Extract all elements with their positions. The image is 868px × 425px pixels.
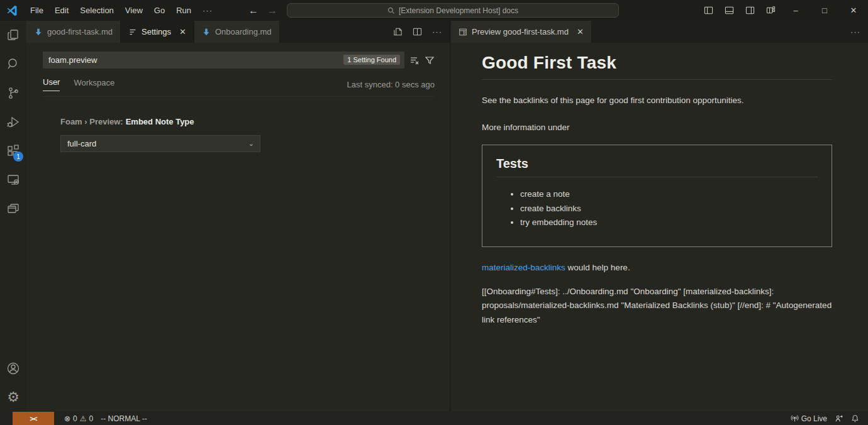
tab-onboarding[interactable]: Onboarding.md xyxy=(194,21,280,43)
run-and-debug-icon[interactable] xyxy=(0,108,26,136)
list-item: try embedding notes xyxy=(520,216,818,230)
list-item: create a note xyxy=(520,187,818,202)
close-tab-icon[interactable]: ✕ xyxy=(179,27,186,36)
extensions-icon[interactable]: 1 xyxy=(0,136,26,165)
editor-windows-icon[interactable] xyxy=(0,194,26,223)
settings-editor: foam.preview 1 Setting Found User Worksp… xyxy=(26,43,450,152)
preview-title: Good First Task xyxy=(482,53,832,73)
embed-note-type-dropdown[interactable]: full-card ⌄ xyxy=(60,135,260,152)
embedded-note-title: Tests xyxy=(496,157,818,171)
go-live-button[interactable]: Go Live xyxy=(787,412,831,425)
remote-indicator[interactable]: >< xyxy=(13,412,54,425)
explorer-icon[interactable] xyxy=(0,21,26,50)
link-references-paragraph: [[Onboarding#Tests]: ../Onboarding.md "O… xyxy=(482,285,832,328)
errors-icon: ⊗ xyxy=(64,414,70,423)
embedded-note-list: create a note create backlinks try embed… xyxy=(520,187,818,230)
problems-status[interactable]: ⊗ 0 ⚠ 0 xyxy=(60,412,97,425)
extensions-badge: 1 xyxy=(13,152,23,162)
list-item: create backlinks xyxy=(520,202,818,216)
menu-run[interactable]: Run xyxy=(170,3,197,18)
settings-search-input[interactable]: foam.preview 1 Setting Found xyxy=(43,52,404,69)
tab-good-first-task[interactable]: good-first-task.md xyxy=(26,21,121,43)
maximize-button[interactable]: □ xyxy=(810,0,839,21)
scope-tab-workspace[interactable]: Workspace xyxy=(74,78,114,91)
go-back-arrow-icon[interactable]: ← xyxy=(248,5,259,16)
menu-selection[interactable]: Selection xyxy=(74,3,119,18)
setting-embed-note-type: Foam › Preview:Embed Note Type full-card… xyxy=(60,117,435,152)
embedded-note-divider xyxy=(496,177,818,177)
link-suffix-text: would help here. xyxy=(565,263,630,272)
preview-paragraph-2: More information under xyxy=(482,121,832,134)
command-center-label: [Extension Development Host] docs xyxy=(399,6,518,15)
toggle-primary-sidebar-icon[interactable] xyxy=(698,0,719,21)
tab-label: good-first-task.md xyxy=(47,27,113,36)
warnings-count: 0 xyxy=(89,414,94,423)
go-forward-arrow-icon[interactable]: → xyxy=(267,5,277,16)
scope-tab-user[interactable]: User xyxy=(43,77,60,91)
activity-bar: 1 ⚙ xyxy=(0,21,26,412)
preview-paragraph-1: See the backlinks of this page for good … xyxy=(482,94,832,107)
embedded-note-card: Tests create a note create backlinks try… xyxy=(482,145,832,247)
title-divider xyxy=(482,79,832,80)
search-icon xyxy=(387,7,395,14)
tab-settings[interactable]: Settings ✕ xyxy=(121,21,194,43)
clear-settings-search-icon[interactable] xyxy=(409,55,420,65)
markdown-preview: Good First Task See the backlinks of thi… xyxy=(451,43,868,327)
chevron-down-icon: ⌄ xyxy=(248,140,254,148)
warnings-icon: ⚠ xyxy=(80,414,87,423)
settings-tune-icon xyxy=(128,28,137,36)
customize-layout-icon[interactable] xyxy=(760,0,781,21)
close-window-button[interactable]: ✕ xyxy=(839,0,868,21)
last-synced-label: Last synced: 0 secs ago xyxy=(347,80,435,89)
menu-view[interactable]: View xyxy=(120,3,148,18)
go-live-label: Go Live xyxy=(801,414,827,423)
more-actions-icon[interactable]: ··· xyxy=(847,25,864,39)
window-controls: – □ ✕ xyxy=(698,0,868,21)
left-tab-bar: good-first-task.md Settings ✕ Onboarding… xyxy=(26,21,450,43)
split-editor-icon[interactable] xyxy=(409,25,426,39)
settings-results-badge: 1 Setting Found xyxy=(343,55,400,65)
live-share-icon[interactable] xyxy=(831,412,847,425)
broadcast-icon xyxy=(791,414,799,422)
notifications-bell-icon[interactable] xyxy=(847,412,863,425)
tab-label: Onboarding.md xyxy=(215,27,272,36)
settings-scope-tabs: User Workspace Last synced: 0 secs ago xyxy=(43,77,435,97)
menu-overflow-ellipsis[interactable]: ··· xyxy=(197,3,218,18)
markdown-file-icon xyxy=(202,28,211,36)
right-tab-bar: Preview good-first-task.md ✕ ··· xyxy=(451,21,868,43)
tab-label: Settings xyxy=(142,27,171,36)
remote-explorer-icon[interactable] xyxy=(0,165,26,194)
menu-edit[interactable]: Edit xyxy=(49,3,74,18)
vscode-window: File Edit Selection View Go Run ··· ← → … xyxy=(0,0,868,425)
vscode-logo-icon xyxy=(6,4,18,17)
markdown-file-icon xyxy=(34,28,43,36)
materialized-backlinks-link[interactable]: materialized-backlinks xyxy=(482,263,565,272)
tab-preview-good-first-task[interactable]: Preview good-first-task.md ✕ xyxy=(451,21,592,43)
history-navigation: ← → xyxy=(248,0,277,21)
open-preview-icon[interactable] xyxy=(389,25,406,39)
search-icon[interactable] xyxy=(0,50,26,79)
status-bar: >< ⊗ 0 ⚠ 0 -- NORMAL -- Go Live xyxy=(0,412,868,425)
menu-bar: File Edit Selection View Go Run ··· xyxy=(25,3,218,18)
left-tab-actions: ··· xyxy=(389,21,446,43)
toggle-secondary-sidebar-icon[interactable] xyxy=(740,0,760,21)
markdown-preview-icon xyxy=(459,28,467,36)
editor-group-left: good-first-task.md Settings ✕ Onboarding… xyxy=(26,21,450,412)
command-center-search[interactable]: [Extension Development Host] docs xyxy=(287,3,619,18)
title-bar: File Edit Selection View Go Run ··· ← → … xyxy=(0,0,868,21)
minimize-button[interactable]: – xyxy=(781,0,810,21)
link-paragraph: materialized-backlinks would help here. xyxy=(482,261,832,274)
close-tab-icon[interactable]: ✕ xyxy=(577,27,584,36)
vim-mode-indicator[interactable]: -- NORMAL -- xyxy=(97,412,151,425)
toggle-panel-icon[interactable] xyxy=(719,0,740,21)
tab-label: Preview good-first-task.md xyxy=(472,27,569,36)
more-actions-icon[interactable]: ··· xyxy=(428,25,446,39)
menu-go[interactable]: Go xyxy=(148,3,170,18)
source-control-icon[interactable] xyxy=(0,79,26,108)
editor-group-right: Preview good-first-task.md ✕ ··· Good Fi… xyxy=(451,21,868,412)
filter-settings-icon[interactable] xyxy=(425,55,435,65)
setting-category-label: Foam › Preview: xyxy=(60,117,123,126)
settings-gear-icon[interactable]: ⚙ xyxy=(0,383,26,412)
accounts-icon[interactable] xyxy=(0,354,26,383)
menu-file[interactable]: File xyxy=(25,3,49,18)
